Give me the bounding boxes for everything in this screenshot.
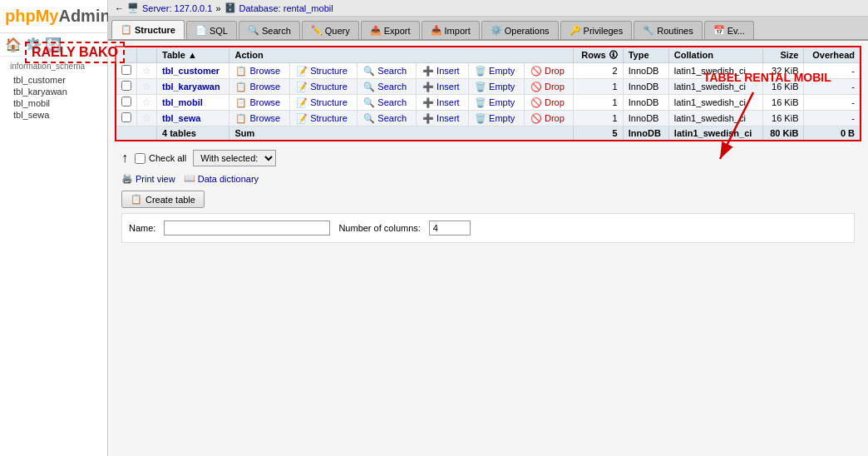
tab-export[interactable]: 📤 Export (361, 21, 420, 39)
insert-link-2[interactable]: ➕ Insert (422, 82, 460, 92)
print-icon: 🖨️ (121, 173, 133, 184)
dict-icon: 📖 (184, 173, 195, 184)
row-checkbox-3[interactable] (121, 97, 131, 107)
fav-icon-2[interactable]: ☆ (142, 81, 151, 92)
print-view-link[interactable]: 🖨️ Print view (121, 173, 175, 184)
tab-sql-icon: 📄 (195, 25, 207, 36)
server-link[interactable]: Server: 127.0.0.1 (142, 3, 212, 13)
tab-query[interactable]: ✏️ Query (302, 21, 359, 39)
drop-link-4[interactable]: 🚫 Drop (530, 113, 565, 123)
table-name-4[interactable]: tbl_sewa (157, 111, 229, 126)
sidebar-item-tbl_karyawan[interactable]: tbl_karyawan (10, 86, 97, 97)
tab-export-icon: 📤 (370, 25, 382, 36)
sidebar-item-tbl_customer[interactable]: tbl_customer (10, 74, 97, 86)
sidebar-item-tbl_mobil[interactable]: tbl_mobil (10, 97, 97, 109)
structure-link-2[interactable]: 📝 Structure (296, 82, 348, 92)
footer-count: 4 tables (157, 126, 229, 141)
structure-link-4[interactable]: 📝 Structure (296, 113, 348, 123)
back-icon[interactable]: ← (115, 3, 124, 13)
tab-search-icon: 🔍 (248, 25, 259, 36)
empty-link-4[interactable]: 🗑️ Empty (475, 113, 515, 123)
col-fav (137, 47, 157, 63)
tab-operations[interactable]: ⚙️ Operations (481, 21, 559, 39)
browse-link-3[interactable]: 📋 Browse (235, 97, 280, 107)
insert-link-4[interactable]: ➕ Insert (422, 113, 460, 123)
tab-privileges-label: Privileges (584, 26, 624, 36)
sidebar: phpMyAdmin 🏠 ⚙️ 🔄 RAELY BAKO information… (0, 0, 108, 456)
table-row: ☆ tbl_customer 📋 Browse 📝 Structure 🔍 Se… (116, 63, 861, 79)
print-view-label: Print view (136, 174, 175, 184)
fav-icon-4[interactable]: ☆ (142, 112, 151, 124)
drop-link-1[interactable]: 🚫 Drop (530, 66, 565, 76)
tab-events[interactable]: 📅 Ev... (704, 21, 754, 39)
table-name-1[interactable]: tbl_customer (157, 63, 229, 79)
tab-search-label: Search (262, 26, 291, 36)
footer-type: InnoDB (623, 126, 668, 141)
sidebar-section: information_schema tbl_customer tbl_kary… (0, 57, 107, 126)
browse-link-2[interactable]: 📋 Browse (235, 82, 280, 92)
row-checkbox-2[interactable] (121, 81, 131, 91)
with-selected-dropdown[interactable]: With selected: Browse Drop Empty Check O… (193, 150, 276, 166)
table-name-2[interactable]: tbl_karyawan (157, 79, 229, 95)
tab-import[interactable]: 📥 Import (422, 21, 480, 39)
tab-bar: 📋 Structure 📄 SQL 🔍 Search ✏️ Query 📤 Ex… (108, 17, 868, 41)
footer-sum: Sum (229, 126, 574, 141)
col-type: Type (623, 47, 668, 63)
insert-link-1[interactable]: ➕ Insert (422, 66, 460, 76)
empty-link-2[interactable]: 🗑️ Empty (475, 82, 515, 92)
fav-icon-1[interactable]: ☆ (142, 65, 151, 77)
col-rows[interactable]: Rows 🛈 (574, 47, 624, 63)
insert-link-3[interactable]: ➕ Insert (422, 97, 460, 107)
tab-structure-icon: 📋 (121, 24, 132, 35)
drop-link-3[interactable]: 🚫 Drop (530, 97, 565, 107)
columns-label: Number of columns: (338, 223, 420, 233)
create-table-button[interactable]: 📋 Create table (121, 191, 205, 208)
search-link-2[interactable]: 🔍 Search (363, 82, 407, 92)
tab-privileges[interactable]: 🔑 Privileges (560, 21, 633, 39)
tab-search[interactable]: 🔍 Search (239, 21, 300, 39)
search-link-3[interactable]: 🔍 Search (363, 97, 407, 107)
footer-size: 80 KiB (762, 126, 804, 141)
fav-icon-3[interactable]: ☆ (142, 97, 151, 108)
row-checkbox-1[interactable] (121, 65, 131, 75)
structure-link-3[interactable]: 📝 Structure (296, 97, 348, 107)
search-link-1[interactable]: 🔍 Search (363, 66, 407, 76)
name-label: Name: (129, 223, 155, 233)
row-checkbox-4[interactable] (121, 112, 131, 122)
drop-link-2[interactable]: 🚫 Drop (530, 82, 565, 92)
sidebar-item-tbl_sewa[interactable]: tbl_sewa (10, 109, 97, 121)
tab-events-icon: 📅 (713, 25, 725, 36)
footer-rows: 5 (574, 126, 624, 141)
browse-link-4[interactable]: 📋 Browse (235, 113, 280, 123)
col-overhead[interactable]: Overhead (804, 47, 861, 63)
search-link-4[interactable]: 🔍 Search (363, 113, 407, 123)
tab-sql[interactable]: 📄 SQL (186, 21, 237, 39)
tab-routines[interactable]: 🔧 Routines (634, 21, 702, 39)
table-name-3[interactable]: tbl_mobil (157, 95, 229, 111)
table-name-input[interactable] (164, 221, 330, 235)
col-action: Action (229, 47, 574, 63)
rows-count-4: 1 (574, 111, 624, 126)
col-table[interactable]: Table ▲ (157, 47, 229, 63)
empty-link-1[interactable]: 🗑️ Empty (475, 66, 515, 76)
empty-link-3[interactable]: 🗑️ Empty (475, 97, 515, 107)
footer-overhead: 0 B (804, 126, 861, 141)
overhead-3: - (804, 95, 861, 111)
type-3: InnoDB (623, 95, 668, 111)
columns-input[interactable] (429, 221, 471, 235)
scroll-top-icon[interactable]: ↑ (121, 151, 128, 166)
tab-structure[interactable]: 📋 Structure (111, 20, 185, 39)
logo-admin: Admin (58, 7, 110, 25)
table-row: ☆ tbl_mobil 📋 Browse 📝 Structure 🔍 Searc… (116, 95, 861, 111)
tab-operations-icon: ⚙️ (491, 25, 502, 36)
col-size[interactable]: Size (762, 47, 804, 63)
browse-link-1[interactable]: 📋 Browse (235, 66, 280, 76)
check-all-checkbox[interactable] (135, 153, 145, 164)
database-link[interactable]: Database: rental_mobil (239, 3, 333, 13)
data-dict-link[interactable]: 📖 Data dictionary (184, 173, 259, 184)
rows-count-1: 2 (574, 63, 624, 79)
structure-link-1[interactable]: 📝 Structure (296, 66, 348, 76)
home-icon[interactable]: 🏠 (5, 37, 22, 52)
tab-import-icon: 📥 (431, 25, 442, 36)
type-2: InnoDB (623, 79, 668, 95)
